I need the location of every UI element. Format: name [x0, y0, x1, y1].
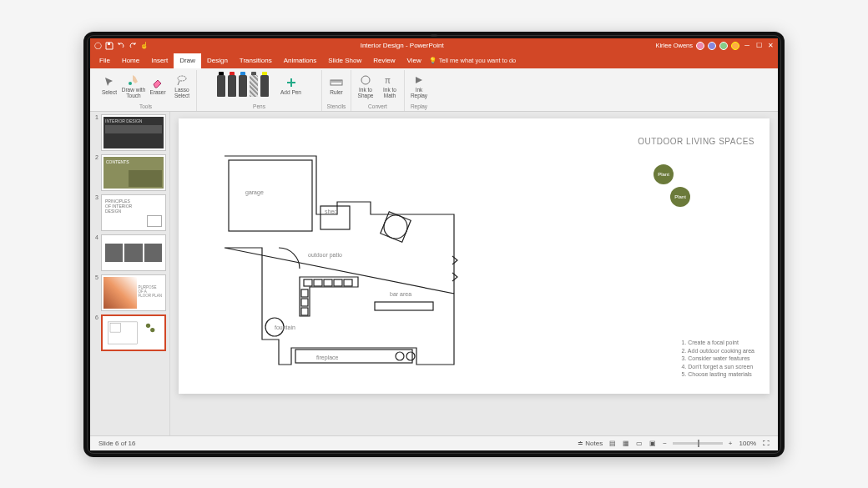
lasso-select-button[interactable]: Lasso Select	[171, 73, 193, 99]
tab-view[interactable]: View	[401, 53, 427, 68]
pen-blue[interactable]	[239, 75, 247, 97]
pen-black[interactable]	[217, 75, 225, 97]
svg-rect-18	[344, 279, 352, 286]
tab-review[interactable]: Review	[367, 53, 401, 68]
add-pen-button[interactable]: Add Pen	[280, 76, 302, 96]
tip-5: 5. Choose lasting materials	[681, 370, 754, 378]
svg-rect-21	[301, 308, 308, 315]
svg-rect-20	[301, 299, 308, 306]
pen-yellow-highlighter[interactable]	[260, 75, 269, 97]
ink-to-math-button[interactable]: πInk to Math	[379, 73, 401, 99]
tab-animations[interactable]: Animations	[278, 53, 323, 68]
label-fountain: fountain	[275, 324, 295, 330]
group-replay: Ink Replay Replay	[405, 70, 433, 111]
avatar[interactable]	[708, 42, 716, 50]
pen-grey-highlighter[interactable]	[250, 75, 258, 97]
ruler-icon	[330, 76, 343, 89]
svg-rect-13	[381, 211, 411, 241]
svg-rect-17	[334, 279, 342, 286]
group-stencils: Ruler Stencils	[322, 70, 351, 111]
thumb-2[interactable]: 2CONTENTS	[93, 154, 166, 191]
undo-icon[interactable]	[117, 42, 125, 50]
replay-icon	[412, 73, 426, 87]
slide-position[interactable]: Slide 6 of 16	[98, 440, 135, 447]
zoom-level[interactable]: 100%	[739, 440, 756, 447]
tab-transitions[interactable]: Transitions	[234, 53, 278, 68]
svg-rect-22	[375, 302, 433, 310]
tab-design[interactable]: Design	[201, 53, 234, 68]
draw-with-touch-button[interactable]: Draw with Touch	[123, 73, 144, 99]
view-slideshow-icon[interactable]: ▣	[649, 440, 656, 447]
autosave-toggle-icon[interactable]: ◯	[93, 42, 102, 50]
thumb-5[interactable]: 5PURPOSE OF A FLOOR PLAN	[93, 274, 166, 311]
minimize-icon[interactable]: ─	[743, 42, 751, 50]
ink-to-shape-button[interactable]: Ink to Shape	[355, 73, 376, 99]
user-area: Kirlee Owens ─ ☐ ✕	[655, 42, 775, 50]
view-sorter-icon[interactable]: ▦	[623, 440, 629, 447]
tablet-device-frame: ◯ ☝ Interior Design - PowerPoint Kirlee …	[83, 32, 785, 457]
svg-rect-0	[108, 43, 110, 45]
svg-point-25	[396, 352, 404, 360]
label-fireplace: fireplace	[316, 355, 338, 360]
touch-mode-icon[interactable]: ☝	[140, 42, 149, 50]
zoom-slider[interactable]	[673, 442, 723, 445]
svg-rect-14	[304, 279, 312, 286]
group-label-tools: Tools	[139, 103, 152, 111]
zoom-in-button[interactable]: +	[729, 440, 733, 447]
plant-badge-2[interactable]: Plant	[670, 187, 690, 207]
user-name[interactable]: Kirlee Owens	[655, 42, 693, 49]
slide-thumbnails-panel[interactable]: 1INTERIOR DESIGN 2CONTENTS 3PRINCIPLES O…	[90, 112, 170, 435]
plus-icon	[285, 76, 298, 89]
avatar[interactable]	[731, 42, 739, 50]
fit-to-window-icon[interactable]: ⛶	[763, 440, 770, 447]
svg-rect-15	[314, 279, 322, 286]
tab-file[interactable]: File	[93, 53, 116, 68]
tip-3: 3. Consider water features	[681, 355, 754, 362]
save-icon[interactable]	[105, 42, 114, 50]
cursor-icon	[103, 76, 116, 89]
tell-me-label: Tell me what you want to do	[439, 57, 517, 64]
group-label-convert: Convert	[368, 103, 387, 111]
svg-rect-6	[108, 321, 137, 343]
quick-access-toolbar: ◯ ☝	[93, 42, 149, 50]
svg-text:π: π	[385, 76, 391, 85]
thumb-3[interactable]: 3PRINCIPLES OF INTERIOR DESIGN	[93, 194, 166, 231]
label-garage: garage	[245, 189, 264, 195]
pen-red[interactable]	[228, 75, 236, 97]
svg-point-1	[129, 82, 132, 85]
tab-insert[interactable]: Insert	[145, 53, 174, 68]
thumb-4[interactable]: 4	[93, 234, 166, 271]
svg-point-4	[361, 76, 370, 84]
group-label-replay: Replay	[411, 103, 427, 111]
svg-point-8	[146, 323, 150, 327]
plant-badge-1[interactable]: Plant	[654, 164, 674, 184]
zoom-out-button[interactable]: −	[663, 440, 667, 447]
close-icon[interactable]: ✕	[766, 42, 775, 50]
redo-icon[interactable]	[129, 42, 137, 50]
svg-point-26	[406, 352, 415, 360]
svg-point-12	[384, 215, 407, 239]
slide-canvas[interactable]: OUTDOOR LIVING SPACES Plant Plant 1. Cre…	[179, 118, 770, 394]
tell-me-search[interactable]: 💡Tell me what you want to do	[429, 53, 517, 68]
eraser-button[interactable]: Eraser	[147, 76, 169, 96]
avatar[interactable]	[696, 42, 704, 50]
thumb-6[interactable]: 6	[93, 314, 166, 351]
notes-toggle[interactable]: ≐Notes	[578, 440, 603, 447]
group-pens: Add Pen Pens	[197, 70, 322, 111]
tab-draw[interactable]: Draw	[174, 53, 201, 68]
lasso-icon	[175, 73, 189, 87]
svg-point-2	[178, 76, 186, 81]
tab-slideshow[interactable]: Slide Show	[322, 53, 367, 68]
select-button[interactable]: Select	[98, 76, 120, 96]
maximize-icon[interactable]: ☐	[754, 42, 763, 50]
svg-rect-19	[301, 289, 308, 297]
avatar[interactable]	[719, 42, 728, 50]
ruler-button[interactable]: Ruler	[326, 76, 347, 96]
ink-replay-button[interactable]: Ink Replay	[408, 73, 430, 99]
work-area: 1INTERIOR DESIGN 2CONTENTS 3PRINCIPLES O…	[90, 112, 778, 435]
tip-1: 1. Create a focal point	[681, 339, 754, 346]
thumb-1[interactable]: 1INTERIOR DESIGN	[93, 114, 166, 151]
view-normal-icon[interactable]: ▤	[609, 440, 616, 447]
view-reading-icon[interactable]: ▭	[636, 440, 643, 447]
tab-home[interactable]: Home	[116, 53, 145, 68]
